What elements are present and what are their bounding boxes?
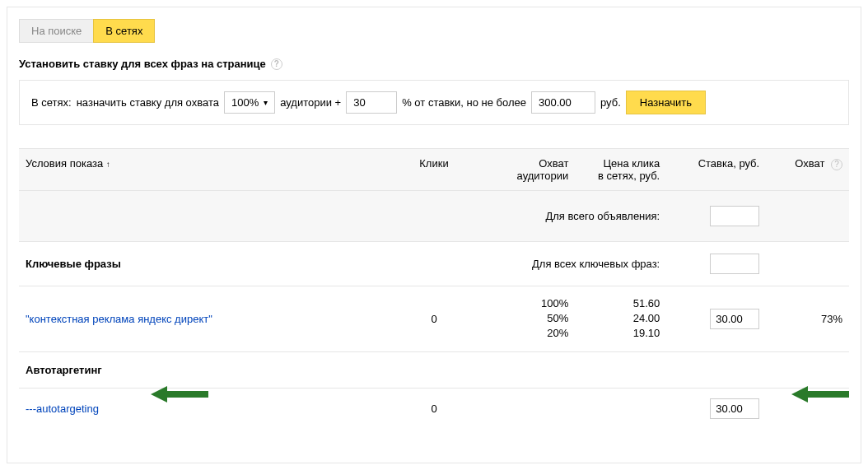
keyword-rate-input[interactable] (710, 309, 759, 329)
help-icon[interactable]: ? (271, 58, 282, 70)
rule-mid3: % от ставки, но не более (402, 96, 526, 109)
rule-mid1: назначить ставку для охвата (77, 96, 219, 109)
annotation-arrow-right (791, 383, 849, 406)
bid-rule-box: В сетях: назначить ставку для охвата 100… (19, 80, 849, 125)
autotargeting-row: ---autotargeting 0 (19, 388, 849, 429)
svg-marker-0 (151, 386, 208, 403)
tab-networks[interactable]: В сетях (93, 19, 155, 43)
section-heading: Установить ставку для всех фраз на стран… (19, 58, 849, 70)
cap-input[interactable] (531, 91, 595, 114)
reach-percent-value: 100% (231, 96, 259, 109)
reach-percent-select[interactable]: 100% ▾ (224, 91, 275, 114)
all-keywords-label: Для всех ключевых фраз: (385, 242, 667, 286)
rule-mid2: аудитории + (280, 96, 341, 109)
autotargeting-clicks: 0 (385, 388, 484, 429)
bids-table: Условия показа ↑ Клики Охват аудитории Ц… (19, 148, 849, 429)
keywords-section-row: Ключевые фразы Для всех ключевых фраз: (19, 242, 849, 286)
bids-panel: На поиске В сетях Установить ставку для … (7, 7, 861, 463)
autotargeting-section-label: Автотаргетинг (19, 351, 849, 388)
tabs: На поиске В сетях (19, 19, 849, 43)
apply-button[interactable]: Назначить (626, 91, 706, 114)
all-ad-row: Для всего объявления: (19, 191, 849, 242)
all-ad-label: Для всего объявления: (19, 191, 666, 242)
autotargeting-section-row: Автотаргетинг (19, 351, 849, 388)
autotargeting-rate-input[interactable] (710, 398, 759, 419)
keyword-clicks: 0 (385, 286, 484, 352)
all-keywords-rate-input[interactable] (710, 254, 759, 274)
keyword-reach-tiers: 100% 50% 20% (483, 286, 575, 352)
rule-currency: руб. (600, 96, 621, 109)
col-reach[interactable]: Охват аудитории (483, 149, 575, 191)
autotargeting-link[interactable]: ---autotargeting (26, 403, 99, 415)
col-rate[interactable]: Ставка, руб. (666, 149, 766, 191)
annotation-arrow-left (151, 383, 208, 406)
col-clicks[interactable]: Клики (385, 149, 484, 191)
heading-text: Установить ставку для всех фраз на стран… (19, 58, 266, 70)
table-header-row: Условия показа ↑ Клики Охват аудитории Ц… (19, 149, 849, 191)
sort-asc-icon: ↑ (106, 160, 110, 169)
col-cpc[interactable]: Цена клика в сетях, руб. (575, 149, 666, 191)
keyword-link[interactable]: "контекстная реклама яндекс директ" (26, 313, 212, 325)
plus-percent-input[interactable] (346, 91, 397, 114)
chevron-down-icon: ▾ (264, 98, 268, 107)
help-icon[interactable]: ? (831, 159, 842, 170)
keywords-section-label: Ключевые фразы (19, 242, 385, 286)
keyword-row: "контекстная реклама яндекс директ" 0 10… (19, 286, 849, 352)
tab-search[interactable]: На поиске (19, 19, 93, 43)
svg-marker-1 (791, 386, 849, 403)
col-conditions[interactable]: Условия показа ↑ (19, 149, 385, 191)
keyword-cpc-tiers: 51.60 24.00 19.10 (575, 286, 666, 352)
keyword-coverage: 73% (766, 286, 849, 352)
all-ad-rate-input[interactable] (710, 206, 759, 226)
col-coverage[interactable]: Охват ? (766, 149, 849, 191)
rule-prefix: В сетях: (31, 96, 72, 109)
